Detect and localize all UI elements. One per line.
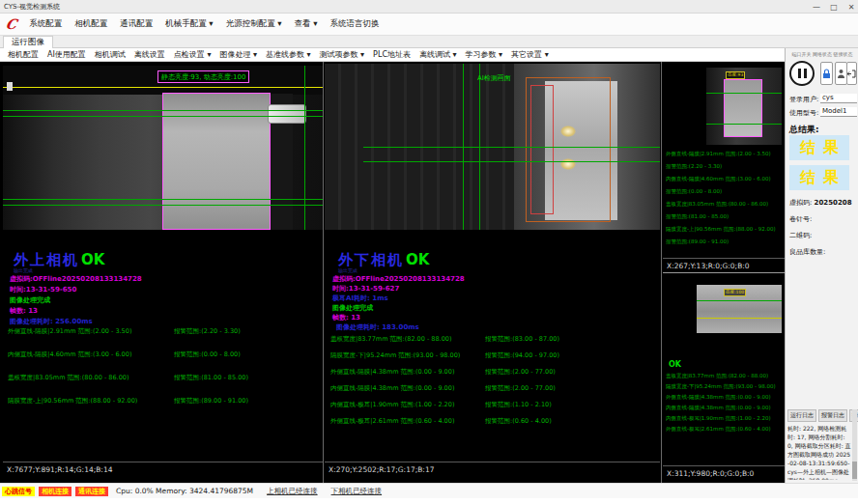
tool-spot-check[interactable]: 点检设置 ▾ bbox=[174, 49, 212, 60]
camera-view-outer-bottom[interactable]: AI检测画面 bbox=[325, 64, 660, 230]
qr-code-label: 二维码: bbox=[789, 231, 812, 240]
left-done: 图像处理完成 bbox=[10, 295, 50, 305]
mini-overlay-label: 亮度:100 bbox=[724, 289, 746, 296]
ai-view-overlay-label: AI检测画面 bbox=[477, 73, 511, 83]
app-logo-icon: C bbox=[5, 17, 18, 31]
login-user-label: 登录用户: bbox=[789, 95, 818, 104]
comm-connect-badge: 通讯连接 bbox=[75, 487, 108, 496]
mini-image: 亮度:100 bbox=[697, 285, 782, 333]
mini-camera-view-top[interactable]: 亮度:93 外侧直线-隔膜|2.91mm 范围:(2.00 - 3.50) 报警… bbox=[663, 62, 785, 272]
measure-line-green bbox=[3, 116, 323, 117]
tool-offline-debug[interactable]: 离线调试 ▾ bbox=[419, 49, 457, 60]
tab-run-log[interactable]: 运行日志 bbox=[787, 409, 816, 422]
mini-text-row: 内侧直线-隔膜|4.60mm 范围:(3.00 - 6.00) bbox=[666, 176, 784, 182]
user-icon bbox=[837, 69, 845, 79]
lock-button[interactable] bbox=[820, 62, 833, 85]
menu-bar: C 系统配置 相机配置 通讯配置 机械手配置 ▾ 光源控制配置 ▾ 查看 ▾ 系… bbox=[0, 14, 858, 36]
tool-other-settings[interactable]: 其它设置 ▾ bbox=[511, 49, 549, 60]
lower-camera-status: 下相机已经连接 bbox=[331, 487, 383, 496]
nozzle-image bbox=[268, 104, 306, 124]
mini-text-row: 外侧直线-隔膜|4.38mm 范围:(0.00 - 9.00) bbox=[666, 394, 784, 401]
menu-comm-config[interactable]: 通讯配置 bbox=[120, 18, 153, 30]
menu-light-config[interactable]: 光源控制配置 ▾ bbox=[226, 18, 282, 30]
center-barcode: 虚拟码:OFFline20250208133134728 bbox=[332, 274, 465, 284]
log-tabs: 运行日志 报警日志 操作日志 bbox=[787, 409, 858, 422]
reference-line-yellow bbox=[3, 87, 323, 88]
mini-text-row: 隔膜宽度-下|95.24mm 范围:(93.00 - 98.00) bbox=[666, 383, 784, 390]
menu-language-switch[interactable]: 系统语言切换 bbox=[330, 18, 380, 30]
measurement-row: 隔膜宽度-下|95.24mm 范围:(93.00 - 98.00)报警范围:(9… bbox=[330, 351, 559, 360]
close-icon[interactable]: ✕ bbox=[846, 3, 856, 12]
mini-text-row: 报警范围:(89.00 - 91.00) bbox=[666, 238, 784, 245]
control-sidebar: 端口开关 网络状态 链接状态 登录用户: cys 使用型号: Model1 总结… bbox=[785, 48, 858, 483]
mini-overlay-label: 亮度:93 bbox=[726, 71, 745, 79]
left-elapsed: 图像处理耗时: 256.00ms bbox=[10, 317, 93, 326]
center-done: 图像处理完成 bbox=[332, 303, 373, 313]
mini-text-row: 外侧直线-极耳|2.61mm 范围:(0.60 - 4.00) bbox=[666, 426, 784, 433]
menu-view[interactable]: 查看 ▾ bbox=[295, 18, 318, 30]
tool-offline-settings[interactable]: 离线设置 bbox=[134, 49, 165, 60]
measure-line-green-vertical bbox=[304, 66, 305, 230]
tool-baseline-params[interactable]: 基准线参数 ▾ bbox=[266, 49, 311, 60]
heartbeat-status-badge: 心跳信号 bbox=[2, 487, 35, 496]
brightness-overlay-label: 静态亮度:93, 动态亮度:100 bbox=[157, 70, 249, 83]
measurement-row: 外侧直线-隔膜|2.91mm 范围:(2.00 - 3.50)报警范围:(2.2… bbox=[8, 327, 241, 336]
log-scrollbar-thumb[interactable] bbox=[852, 462, 857, 479]
mini-image: 亮度:93 bbox=[706, 68, 782, 145]
model-field[interactable]: Model1 bbox=[820, 107, 857, 117]
menu-camera-config[interactable]: 相机配置 bbox=[74, 18, 107, 30]
mini-text-row: 内侧直线-极耳|1.90mm 范围:(1.00 - 2.20) bbox=[666, 415, 784, 422]
highlight-spot bbox=[560, 126, 576, 137]
mini-panel-divider bbox=[663, 272, 785, 273]
left-pixel-coords: X:7677;Y:891;R:14;G:14;B:14 bbox=[3, 462, 323, 475]
left-frame-count: 帧数: 13 bbox=[10, 306, 38, 316]
mini-text-row: 隔膜宽度-上|90.56mm 范围:(88.00 - 92.00) bbox=[666, 226, 784, 233]
maximize-icon[interactable]: □ bbox=[829, 3, 839, 12]
mini-text-row: 报警范围:(2.20 - 3.30) bbox=[666, 163, 784, 170]
exit-button[interactable] bbox=[846, 62, 857, 85]
menu-system-config[interactable]: 系统配置 bbox=[29, 18, 62, 30]
menu-robot-config[interactable]: 机械手配置 ▾ bbox=[165, 18, 213, 30]
pause-button[interactable] bbox=[789, 61, 815, 86]
edge-marker bbox=[7, 82, 13, 91]
tab-alarm-log[interactable]: 报警日志 bbox=[818, 409, 847, 422]
cpu-memory-status: Cpu: 0.0% Memory: 3424.41796875M bbox=[116, 487, 253, 495]
measurement-row: 盖板宽度|83.77mm 范围:(82.00 - 88.00)报警范围:(83.… bbox=[330, 335, 559, 344]
left-output-note: 输出完成 bbox=[14, 267, 33, 273]
tool-camera-debug[interactable]: 相机调试 bbox=[95, 49, 126, 60]
title-bar: CYS-视觉检测系统 — □ ✕ bbox=[0, 0, 858, 14]
center-frame-count: 帧数: 13 bbox=[332, 313, 360, 322]
log-text: 耗时: 222, 网络检测耗时: 17, 网络分割耗时: 0, 网络截取分区耗时… bbox=[787, 424, 851, 480]
tool-test-params[interactable]: 测试项参数 ▾ bbox=[320, 49, 365, 60]
measurement-row: 内侧直线-隔膜|4.38mm 范围:(0.00 - 9.00)报警范围:(2.0… bbox=[330, 384, 556, 393]
center-elapsed: 图像处理耗时: 183.00ms bbox=[336, 322, 419, 332]
exit-arrow-icon bbox=[847, 70, 856, 78]
left-barcode: 虚拟码:OFFline20250208133134728 bbox=[10, 274, 142, 284]
minimize-icon[interactable]: — bbox=[812, 3, 821, 12]
app-window: CYS-视觉检测系统 — □ ✕ C 系统配置 相机配置 通讯配置 机械手配置 … bbox=[0, 0, 858, 504]
login-user-field[interactable]: cys bbox=[820, 94, 857, 103]
tool-image-processing[interactable]: 图像处理 ▾ bbox=[219, 49, 257, 60]
measurement-row: 外侧直线-隔膜|4.38mm 范围:(0.00 - 9.00)报警范围:(2.0… bbox=[330, 368, 556, 377]
tool-camera-config[interactable]: 相机配置 bbox=[8, 49, 39, 60]
mini-text-row: 盖板宽度|83.05mm 范围:(80.00 - 86.00) bbox=[666, 201, 784, 208]
result-box-bottom: 结果 bbox=[789, 165, 849, 190]
tab-strip: 运行图像 bbox=[0, 36, 858, 48]
pin-number-label: 卷针号: bbox=[789, 214, 812, 224]
mini-bottom-pixel-coords: X:311;Y:980;R:0;G:0;B:0 bbox=[663, 465, 785, 479]
tool-plc-address[interactable]: PLC地址表 bbox=[373, 49, 411, 60]
measurement-row: 外侧直线-极耳|2.61mm 范围:(0.60 - 4.00)报警范围:(0.6… bbox=[330, 417, 552, 426]
highlight-spot bbox=[560, 158, 576, 170]
toolbar: 相机配置 AI使用配置 相机调试 离线设置 点检设置 ▾ 图像处理 ▾ 基准线参… bbox=[0, 48, 785, 62]
measure-line-green bbox=[3, 205, 323, 206]
tab-run-image[interactable]: 运行图像 bbox=[3, 36, 53, 48]
center-result-ok: OK bbox=[406, 251, 429, 268]
measurement-row: 内侧直线-隔膜|4.60mm 范围:(3.00 - 6.00)报警范围:(0.0… bbox=[8, 350, 241, 359]
lock-icon bbox=[822, 69, 831, 79]
panel-divider bbox=[661, 62, 662, 483]
tool-ai-config[interactable]: AI使用配置 bbox=[47, 49, 86, 60]
camera-view-outer-top[interactable]: 静态亮度:93, 动态亮度:100 bbox=[3, 66, 323, 230]
mini-camera-view-bottom[interactable]: 亮度:100 OK 盖板宽度|83.77mm 范围:(82.00 - 88.00… bbox=[663, 275, 785, 480]
tool-learning-params[interactable]: 学习参数 ▾ bbox=[466, 49, 503, 60]
left-time: 时间:13-31-59-650 bbox=[10, 285, 76, 294]
